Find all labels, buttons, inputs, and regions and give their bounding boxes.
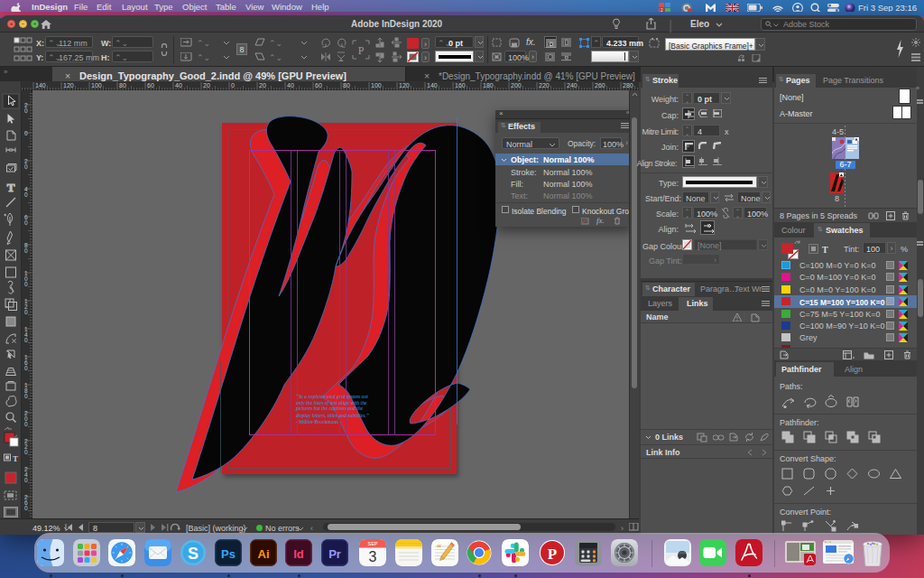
svg-text:S: S [188,545,199,563]
svg-text:0: 0 [24,107,28,114]
svg-text:260: 260 [595,82,605,89]
svg-text:0: 0 [24,365,28,371]
svg-text:80: 80 [119,82,126,89]
svg-text:220: 220 [539,82,550,89]
svg-text:Ai: Ai [258,547,270,561]
svg-text:20: 20 [203,82,210,89]
svg-text:60: 60 [315,82,322,89]
svg-text:“: “ [437,543,441,553]
svg-text:0: 0 [24,477,28,483]
svg-text:80: 80 [343,82,350,89]
svg-text:240: 240 [567,82,578,89]
svg-text:Id: Id [293,547,304,561]
svg-text:0: 0 [24,247,28,254]
svg-text:0: 0 [24,309,28,315]
svg-text:SEP: SEP [367,541,377,546]
svg-text:T: T [13,454,18,463]
svg-text:100: 100 [371,82,382,89]
svg-text:3: 3 [369,549,377,564]
svg-text:0: 0 [24,219,28,226]
svg-text:P: P [358,44,365,57]
svg-text:P: P [548,545,557,563]
svg-text:140: 140 [35,82,46,89]
svg-text:60: 60 [147,82,154,89]
svg-text:180: 180 [483,82,494,89]
svg-text:120: 120 [399,82,410,89]
svg-text:0: 0 [24,393,28,399]
svg-text:120: 120 [63,82,74,89]
svg-text:T: T [7,181,15,194]
svg-text:40: 40 [175,82,182,89]
svg-text:Ps: Ps [221,547,236,561]
svg-text:160: 160 [455,82,466,89]
svg-text:20: 20 [259,82,266,89]
svg-text:0: 0 [24,421,28,427]
svg-text:140: 140 [427,82,438,89]
svg-text:0: 0 [24,505,28,511]
svg-text:200: 200 [511,82,522,89]
svg-text:280: 280 [623,82,633,89]
svg-text:0: 0 [24,163,28,170]
svg-text:0: 0 [24,337,28,343]
svg-text:0: 0 [231,82,235,89]
svg-text:40: 40 [287,82,294,89]
svg-text:0: 0 [24,449,28,455]
svg-text:0: 0 [24,130,28,136]
svg-text:0: 0 [24,191,28,198]
svg-text:Pr: Pr [328,547,341,561]
svg-text:100: 100 [91,82,102,89]
svg-text:0: 0 [24,281,28,287]
